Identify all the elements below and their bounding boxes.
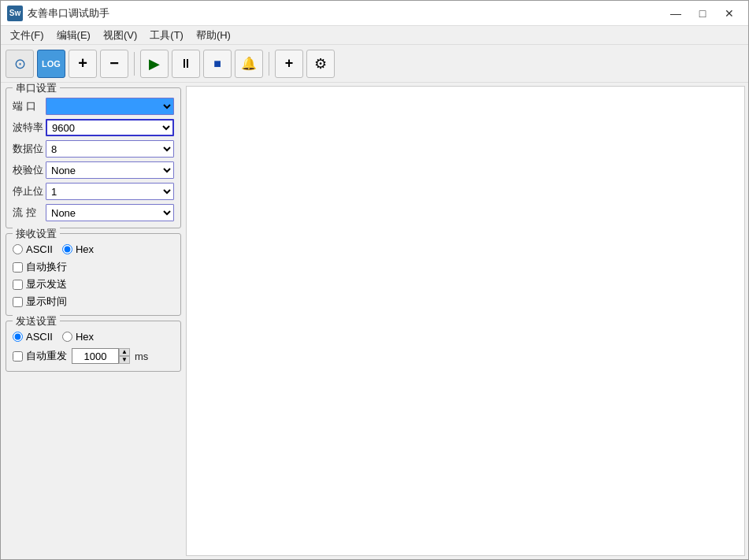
show-send-text: 显示发送: [26, 277, 67, 291]
minimize-button[interactable]: —: [663, 6, 688, 21]
send-ascii-label[interactable]: ASCII: [13, 331, 53, 343]
flow-control-label: 流 控: [13, 206, 46, 220]
toolbar-separator-1: [134, 52, 135, 76]
menu-help[interactable]: 帮助(H): [190, 27, 237, 44]
interval-spinbox: 1000 ▲ ▼: [72, 347, 130, 365]
stop-bits-row: 停止位 1 1.5 2: [13, 183, 174, 200]
spin-buttons: ▲ ▼: [119, 348, 130, 364]
stop-icon: ■: [213, 57, 221, 71]
serial-settings-group: 串口设置 端 口 波特率 9600 4800 19200 38400 57600…: [6, 87, 181, 228]
data-bits-label: 数据位: [13, 142, 46, 156]
connect-icon: ⊙: [14, 55, 26, 72]
flow-control-row: 流 控 None Hardware Software: [13, 204, 174, 221]
add-button[interactable]: +: [69, 50, 97, 78]
window-controls: — □ ✕: [663, 6, 742, 21]
receive-ascii-label[interactable]: ASCII: [13, 243, 53, 255]
send-ascii-radio[interactable]: [13, 332, 23, 342]
auto-resend-checkbox[interactable]: [13, 351, 23, 362]
send-settings-title: 发送设置: [13, 314, 60, 328]
show-send-label[interactable]: 显示发送: [13, 277, 67, 291]
pause-button[interactable]: ⏸: [172, 50, 200, 78]
add-icon: +: [78, 54, 87, 72]
menu-bar: 文件(F) 编辑(E) 视图(V) 工具(T) 帮助(H): [1, 26, 748, 45]
spin-down-button[interactable]: ▼: [119, 356, 130, 364]
send-hex-text: Hex: [76, 331, 94, 343]
receive-hex-radio[interactable]: [62, 244, 72, 254]
receive-ascii-radio[interactable]: [13, 244, 23, 254]
show-time-row: 显示时间: [13, 295, 174, 309]
data-bits-select[interactable]: 8 7 6 5: [46, 140, 174, 158]
flow-control-select[interactable]: None Hardware Software: [46, 204, 174, 221]
show-send-row: 显示发送: [13, 277, 174, 291]
app-icon: Sw: [7, 6, 23, 21]
interval-input[interactable]: 1000: [72, 348, 119, 364]
baud-select[interactable]: 9600 4800 19200 38400 57600 115200: [46, 119, 174, 136]
menu-file[interactable]: 文件(F): [4, 27, 50, 44]
show-time-text: 显示时间: [26, 295, 67, 309]
bell-button[interactable]: 🔔: [235, 50, 263, 78]
receive-hex-label[interactable]: Hex: [62, 243, 94, 255]
receive-settings-title: 接收设置: [13, 227, 60, 241]
connect-button[interactable]: ⊙: [6, 50, 34, 78]
auto-newline-row: 自动换行: [13, 260, 174, 274]
show-time-checkbox[interactable]: [13, 297, 23, 307]
auto-newline-label[interactable]: 自动换行: [13, 260, 67, 274]
pause-icon: ⏸: [180, 57, 192, 71]
auto-resend-label[interactable]: 自动重发: [13, 349, 67, 363]
port-row: 端 口: [13, 98, 174, 115]
maximize-button[interactable]: □: [690, 6, 715, 21]
parity-select[interactable]: None Odd Even: [46, 161, 174, 179]
port-label: 端 口: [13, 99, 46, 113]
receive-hex-text: Hex: [76, 243, 94, 255]
baud-row: 波特率 9600 4800 19200 38400 57600 115200: [13, 119, 174, 136]
main-window: Sw 友善串口调试助手 — □ ✕ 文件(F) 编辑(E) 视图(V) 工具(T…: [0, 0, 749, 560]
receive-ascii-text: ASCII: [26, 243, 53, 255]
left-panel: 串口设置 端 口 波特率 9600 4800 19200 38400 57600…: [1, 83, 186, 559]
receive-format-group: ASCII Hex: [13, 243, 174, 255]
gear-icon: ⚙: [314, 55, 327, 72]
auto-newline-checkbox[interactable]: [13, 262, 23, 273]
menu-edit[interactable]: 编辑(E): [50, 27, 97, 44]
stop-bits-select[interactable]: 1 1.5 2: [46, 183, 174, 200]
parity-label: 校验位: [13, 163, 46, 177]
title-bar: Sw 友善串口调试助手 — □ ✕: [1, 1, 748, 26]
bell-icon: 🔔: [241, 56, 257, 71]
send-settings-group: 发送设置 ASCII Hex 自动重发: [6, 321, 181, 372]
send-hex-radio[interactable]: [62, 332, 72, 342]
close-button[interactable]: ✕: [717, 6, 742, 21]
minus-button[interactable]: −: [100, 50, 128, 78]
send-ascii-text: ASCII: [26, 331, 53, 343]
spin-up-button[interactable]: ▲: [119, 348, 130, 356]
stop-button[interactable]: ■: [203, 50, 232, 78]
plus2-button[interactable]: +: [275, 50, 303, 78]
auto-newline-text: 自动换行: [26, 260, 67, 274]
toolbar: ⊙ LOG + − ▶ ⏸ ■ 🔔 + ⚙: [1, 45, 748, 83]
minus-icon: −: [109, 54, 119, 72]
send-hex-label[interactable]: Hex: [62, 331, 94, 343]
send-format-group: ASCII Hex: [13, 331, 174, 343]
baud-label: 波特率: [13, 121, 46, 135]
show-send-checkbox[interactable]: [13, 280, 23, 290]
show-time-label[interactable]: 显示时间: [13, 295, 67, 309]
menu-view[interactable]: 视图(V): [97, 27, 143, 44]
auto-resend-text: 自动重发: [26, 349, 67, 363]
play-icon: ▶: [149, 55, 160, 72]
gear-button[interactable]: ⚙: [306, 50, 335, 78]
toolbar-separator-2: [269, 52, 269, 76]
play-button[interactable]: ▶: [140, 50, 169, 78]
data-bits-row: 数据位 8 7 6 5: [13, 140, 174, 158]
menu-tools[interactable]: 工具(T): [143, 27, 190, 44]
receive-output-area[interactable]: [186, 86, 745, 556]
auto-resend-row: 自动重发 1000 ▲ ▼ ms: [13, 347, 174, 365]
port-select[interactable]: [46, 98, 174, 115]
window-title: 友善串口调试助手: [28, 6, 109, 20]
stop-bits-label: 停止位: [13, 184, 46, 198]
serial-settings-title: 串口设置: [13, 83, 60, 95]
receive-settings-group: 接收设置 ASCII Hex 自动换行: [6, 233, 181, 316]
log-icon: LOG: [42, 59, 61, 69]
log-button[interactable]: LOG: [37, 50, 65, 78]
ms-label: ms: [135, 350, 148, 362]
parity-row: 校验位 None Odd Even: [13, 161, 174, 179]
main-area: 串口设置 端 口 波特率 9600 4800 19200 38400 57600…: [1, 83, 748, 559]
plus2-icon: +: [285, 55, 294, 72]
